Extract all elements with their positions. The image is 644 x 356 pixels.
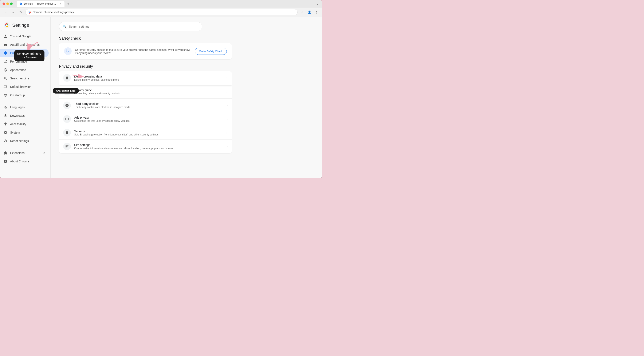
close-button[interactable] [2,2,5,5]
privacy-section-title: Privacy and security [59,64,314,69]
privacy-menu-list: Delete browsing data Delete history, coo… [59,71,232,153]
sidebar-icon-reset-settings [3,139,8,143]
privacy-item-delete-browsing[interactable]: Delete browsing data Delete history, coo… [59,71,232,85]
sidebar-item-accessibility[interactable]: Accessibility [0,120,49,128]
chevron-icon-privacy-guide: › [226,90,228,93]
svg-point-4 [6,24,8,26]
svg-point-5 [4,70,5,70]
sidebar-item-search-engine[interactable]: Search engine [0,74,49,83]
svg-point-6 [5,69,5,69]
privacy-item-icon-ads-privacy [63,115,71,123]
reload-button[interactable]: ↻ [18,9,24,15]
privacy-item-text-delete-browsing: Delete browsing data Delete history, coo… [74,75,223,81]
privacy-item-third-party-cookies[interactable]: Third-party cookies Third-party cookies … [59,99,232,112]
sidebar-label-default-browser: Default browser [10,85,45,88]
search-input[interactable] [69,25,199,28]
privacy-item-text-privacy-guide: Privacy guide Review key privacy and sec… [74,88,223,95]
sidebar-item-performance[interactable]: Performance [0,57,49,66]
toolbar: ← → ↻ Chrome chrome://settings/privacy ☆… [0,7,322,17]
privacy-item-text-ads-privacy: Ads privacy Customise the info used by s… [74,116,223,122]
search-bar[interactable]: 🔍 [59,22,202,31]
settings-tab-icon [20,2,22,5]
sidebar-label-autofill: Autofill and passwords [10,43,45,46]
sidebar-label-system: System [10,131,45,134]
sidebar-icon-on-startup [3,93,8,97]
privacy-item-title-privacy-guide: Privacy guide [74,88,223,92]
search-icon: 🔍 [62,25,67,29]
privacy-item-ads-privacy[interactable]: Ads privacy Customise the info used by s… [59,112,232,126]
sidebar-divider-2 [3,147,47,147]
privacy-item-icon-third-party-cookies [63,101,71,109]
chrome-logo-small [28,10,32,14]
svg-point-8 [6,70,6,70]
sidebar-icon-appearance [3,68,8,72]
safety-check-text: Chrome regularly checks to make sure you… [75,48,192,54]
privacy-item-title-third-party-cookies: Third-party cookies [74,102,223,105]
privacy-item-site-settings[interactable]: Site settings Controls what information … [59,140,232,153]
safety-check-title: Safety check [59,36,314,41]
privacy-item-text-site-settings: Site settings Controls what information … [74,143,223,150]
sidebar-label-reset-settings: Reset settings [10,139,45,143]
delete-tooltip: Очистити дані [53,88,79,93]
safety-check-description: Chrome regularly checks to make sure you… [75,48,192,54]
sidebar-icon-accessibility [3,122,8,126]
active-tab[interactable]: Settings – Privacy and secu… ✕ [17,1,64,7]
sidebar-icon-languages [3,105,8,109]
sidebar-item-on-startup[interactable]: On start-up [0,91,49,99]
fullscreen-button[interactable] [10,2,13,5]
privacy-item-title-delete-browsing: Delete browsing data [74,75,223,78]
main-content: Settings You and Google Autofill and pas… [0,17,322,178]
safety-check-card: 🛡 Chrome regularly checks to make sure y… [59,43,232,59]
sidebar: Settings You and Google Autofill and pas… [0,17,50,178]
sidebar-icon-autofill [3,42,8,47]
sidebar-item-appearance[interactable]: Appearance [0,66,49,74]
sidebar-icon-search-engine [3,76,8,80]
sidebar-item-privacy[interactable]: Privacy and security [0,49,49,57]
sidebar-item-reset-settings[interactable]: Reset settings [0,137,49,145]
go-to-safety-check-button[interactable]: Go to Safety Check [195,48,227,55]
privacy-item-title-ads-privacy: Ads privacy [74,116,223,119]
back-button[interactable]: ← [2,9,8,15]
privacy-item-privacy-guide[interactable]: Privacy guide Review key privacy and sec… [59,85,232,99]
sidebar-item-autofill[interactable]: Autofill and passwords [0,40,49,49]
tab-title: Settings – Privacy and secu… [24,2,57,5]
forward-button[interactable]: → [10,9,16,15]
chevron-icon-site-settings: › [226,145,228,148]
chevron-icon-ads-privacy: › [226,117,228,121]
sidebar-item-system[interactable]: System [0,128,49,137]
address-bar[interactable]: Chrome chrome://settings/privacy [25,9,298,15]
sidebar-label-languages: Languages [10,105,45,109]
sidebar-item-downloads[interactable]: Downloads [0,111,49,120]
minimize-button[interactable] [6,2,9,5]
svg-point-7 [6,69,6,69]
sidebar-label-on-startup: On start-up [10,93,45,97]
privacy-item-subtitle-ads-privacy: Customise the info used by sites to show… [74,119,223,122]
sidebar-icon-downloads [3,113,8,118]
profile-button[interactable]: 👤 [306,9,312,15]
sidebar-item-you-and-google[interactable]: You and Google [0,32,49,40]
tab-close-button[interactable]: ✕ [58,2,62,5]
expand-button[interactable]: ⌄ [315,1,320,6]
bookmark-button[interactable]: ☆ [299,9,305,15]
new-tab-button[interactable]: + [65,1,71,7]
privacy-item-icon-security [63,129,71,136]
sidebar-label-performance: Performance [10,60,45,63]
privacy-item-subtitle-privacy-guide: Review key privacy and security controls [74,92,223,95]
sidebar-label-you-and-google: You and Google [10,34,45,38]
settings-header: Settings [0,20,50,32]
sidebar-label-extensions: Extensions [10,151,40,155]
sidebar-label-search-engine: Search engine [10,77,45,80]
menu-button[interactable]: ⋮ [314,9,320,15]
sidebar-items: You and Google Autofill and passwords Pr… [0,32,50,166]
sidebar-icon-privacy [3,51,8,55]
sidebar-item-languages[interactable]: Languages [0,103,49,111]
privacy-item-subtitle-delete-browsing: Delete history, cookies, cache and more [74,78,223,81]
sidebar-item-default-browser[interactable]: Default browser [0,83,49,91]
sidebar-label-accessibility: Accessibility [10,122,45,126]
safety-check-icon: 🛡 [64,47,72,55]
privacy-item-security[interactable]: Security Safe Browsing (protection from … [59,126,232,140]
sidebar-label-about-chrome: About Chrome [10,160,45,163]
sidebar-item-extensions[interactable]: Extensions [0,149,49,157]
privacy-item-subtitle-site-settings: Controls what information sites can use … [74,147,223,150]
sidebar-item-about-chrome[interactable]: About Chrome [0,157,49,166]
